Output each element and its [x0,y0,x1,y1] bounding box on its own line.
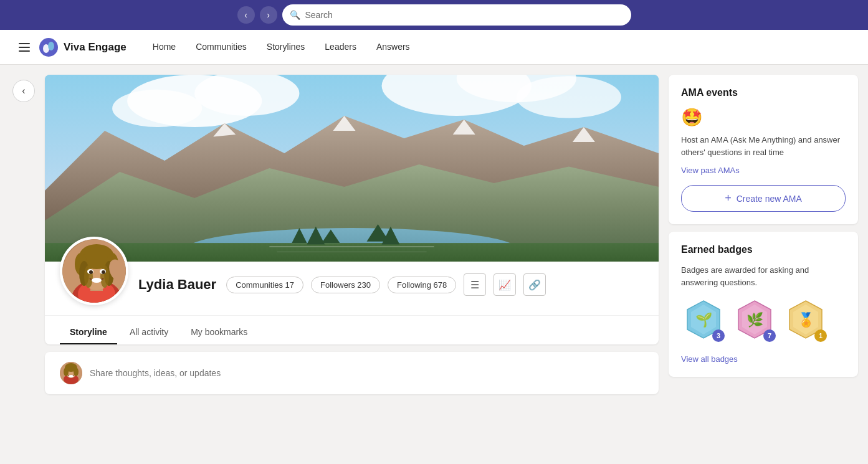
badge-2-count: 7 [763,329,776,342]
svg-point-6 [112,90,202,127]
badges-title: Earned badges [681,244,846,255]
avatar-image [62,239,126,303]
right-sidebar: AMA events 🤩 Host an AMA (Ask Me Anythin… [669,65,868,464]
svg-point-48 [74,367,79,376]
svg-point-40 [102,270,105,274]
back-button[interactable]: ‹ [12,80,35,102]
earned-badges-card: Earned badges Badges are awarded for ask… [669,232,858,377]
app-header: Viva Engage Home Communities Storylines … [0,30,868,65]
browser-search-bar[interactable]: 🔍 Search [282,4,631,26]
forward-nav-button[interactable]: › [260,6,277,24]
profile-name: Lydia Bauer [138,277,216,293]
post-composer [45,352,659,394]
main-layout: ‹ [0,65,868,464]
composer-input[interactable] [90,368,644,378]
profile-menu-button[interactable]: ☰ [464,273,486,296]
ama-title: AMA events [681,87,846,98]
svg-text:🌿: 🌿 [746,311,764,328]
main-nav: Home Communities Storylines Leaders Answ… [144,30,419,64]
browser-bar: ‹ › 🔍 Search [0,0,868,30]
viva-engage-logo-icon [39,37,59,57]
link-button[interactable]: 🔗 [523,273,546,296]
create-ama-label: Create new AMA [737,194,802,204]
nav-answers[interactable]: Answers [368,30,419,64]
badge-2: 🌿 7 [732,298,777,343]
ama-events-card: AMA events 🤩 Host an AMA (Ask Me Anythin… [669,75,858,224]
svg-point-39 [89,270,93,274]
analytics-button[interactable]: 📈 [494,273,516,296]
composer-avatar [60,362,82,384]
svg-point-2 [48,42,54,50]
following-stat[interactable]: Following 678 [388,277,456,293]
app-title: Viva Engage [64,41,126,54]
profile-info-row: Lydia Bauer Communities 17 Followers 230… [45,237,659,315]
badge-3-count: 1 [814,329,827,342]
avatar-svg [62,239,126,303]
communities-stat[interactable]: Communities 17 [226,277,303,293]
svg-point-36 [100,265,109,288]
nav-storylines[interactable]: Storylines [258,30,313,64]
badges-description: Badges are awarded for asking and answer… [681,264,846,288]
avatar [60,237,128,305]
search-icon: 🔍 [290,10,300,20]
svg-point-47 [64,367,69,376]
cover-photo-svg [45,75,659,262]
profile-section: Lydia Bauer Communities 17 Followers 230… [0,65,669,464]
logo-area: Viva Engage [39,37,126,57]
followers-stat[interactable]: Followers 230 [311,277,380,293]
svg-text:🌱: 🌱 [695,311,713,328]
svg-point-35 [84,265,93,288]
profile-card: Lydia Bauer Communities 17 Followers 230… [45,75,659,344]
nav-home[interactable]: Home [144,30,184,64]
tab-storyline[interactable]: Storyline [60,321,117,344]
svg-point-41 [92,278,102,283]
tab-my-bookmarks[interactable]: My bookmarks [181,321,257,344]
profile-tabs: Storyline All activity My bookmarks [45,315,659,344]
badges-row: 🌱 3 🌿 7 [681,298,846,343]
plus-icon: + [725,192,732,205]
view-all-badges-link[interactable]: View all badges [681,354,738,364]
ama-description: Host an AMA (Ask Me Anything) and answer… [681,134,846,158]
ama-emoji-icon: 🤩 [681,107,846,128]
composer-avatar-svg [60,362,82,384]
badge-3: 🏅 1 [783,298,828,343]
badge-1: 🌱 3 [681,298,726,343]
cover-photo [45,75,659,262]
badge-1-count: 3 [712,329,725,342]
view-past-amas-link[interactable]: View past AMAs [681,166,846,175]
back-nav-button[interactable]: ‹ [237,6,255,24]
nav-leaders[interactable]: Leaders [316,30,365,64]
svg-text:🏅: 🏅 [798,311,815,328]
profile-name-stats: Lydia Bauer Communities 17 Followers 230… [138,273,546,296]
svg-point-49 [69,375,74,377]
create-ama-button[interactable]: + Create new AMA [681,185,846,212]
tab-all-activity[interactable]: All activity [120,321,178,344]
svg-point-9 [517,76,621,118]
nav-communities[interactable]: Communities [187,30,255,64]
browser-search-placeholder: Search [305,10,333,20]
hamburger-button[interactable] [15,39,34,55]
